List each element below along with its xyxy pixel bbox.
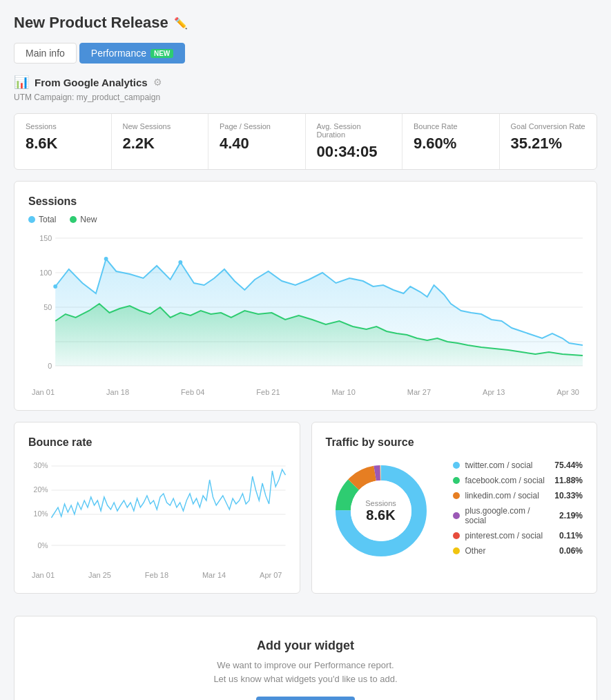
metrics-row: Sessions 8.6K New Sessions 2.2K Page / S…	[14, 113, 597, 170]
traffic-pct-2: 10.33%	[552, 491, 583, 500]
bounce-chart-svg: 30% 20% 10% 0%	[28, 456, 286, 566]
sessions-chart-card: Sessions Total New 150 100 50 0	[14, 181, 597, 411]
metric-sessions-value: 8.6K	[26, 135, 100, 153]
traffic-source-3: plus.google.com / social	[465, 506, 547, 525]
traffic-item-5: Other 0.06%	[453, 546, 583, 556]
sessions-chart-svg: 150 100 50 0	[28, 231, 583, 383]
donut-center: Sessions 8.6K	[365, 499, 396, 523]
traffic-dot-4	[453, 532, 460, 539]
traffic-pct-3: 2.19%	[552, 511, 583, 521]
suggest-widget-button[interactable]: Suggest widget	[256, 697, 356, 700]
gear-icon[interactable]: ⚙	[153, 77, 162, 88]
page-container: New Product Release ✏️ Main info Perform…	[14, 14, 597, 700]
bounce-x-feb18: Feb 18	[145, 571, 168, 579]
page-title-row: New Product Release ✏️	[14, 14, 597, 32]
svg-text:0: 0	[48, 362, 52, 370]
traffic-chart-card: Traffic by source	[311, 422, 598, 594]
x-label-apr13: Apr 13	[483, 388, 505, 396]
bounce-x-mar14: Mar 14	[202, 571, 226, 579]
tab-performance[interactable]: Performance NEW	[79, 43, 186, 64]
bounce-x-labels: Jan 01 Jan 25 Feb 18 Mar 14 Apr 07	[28, 571, 286, 579]
legend-new: New	[70, 215, 97, 224]
widget-card: Add your widget We want to improve our P…	[14, 616, 597, 700]
svg-text:150: 150	[39, 234, 52, 242]
svg-text:10%: 10%	[34, 509, 48, 518]
metric-goal-conversion-value: 35.21%	[511, 135, 586, 153]
metric-sessions-label: Sessions	[26, 122, 100, 130]
traffic-source-2: linkedin.com / social	[465, 491, 547, 500]
svg-point-12	[178, 260, 182, 264]
legend-total-label: Total	[39, 215, 56, 224]
x-label-apr30: Apr 30	[556, 388, 579, 396]
traffic-item-2: linkedin.com / social 10.33%	[453, 491, 583, 500]
traffic-pct-5: 0.06%	[552, 546, 583, 556]
traffic-item-1: facebook.com / social 11.88%	[453, 476, 583, 485]
metric-goal-conversion: Goal Conversion Rate 35.21%	[500, 114, 597, 169]
bounce-chart-card: Bounce rate 30% 20% 10% 0% Jan 01 Jan 25…	[14, 422, 300, 594]
svg-text:30%: 30%	[34, 461, 48, 469]
traffic-pct-1: 11.88%	[552, 476, 583, 485]
sessions-chart-legend: Total New	[28, 215, 583, 224]
metric-bounce-rate-label: Bounce Rate	[414, 122, 488, 130]
bounce-chart-title: Bounce rate	[28, 436, 286, 449]
edit-icon[interactable]: ✏️	[174, 17, 188, 30]
bounce-x-apr07: Apr 07	[260, 571, 282, 579]
x-label-feb04: Feb 04	[181, 388, 204, 396]
metric-new-sessions-value: 2.2K	[123, 135, 197, 153]
traffic-content: Sessions 8.6K twitter.com / social 75.44…	[326, 456, 583, 566]
svg-point-11	[104, 257, 108, 261]
x-label-jan18: Jan 18	[106, 388, 129, 396]
svg-text:20%: 20%	[34, 485, 48, 494]
tab-main-info[interactable]: Main info	[14, 43, 77, 64]
x-label-mar27: Mar 27	[407, 388, 431, 396]
metric-page-session-label: Page / Session	[220, 122, 294, 130]
metric-bounce-rate: Bounce Rate 9.60%	[403, 114, 500, 169]
metric-page-session: Page / Session 4.40	[208, 114, 306, 169]
bounce-x-jan25: Jan 25	[88, 571, 111, 579]
legend-new-dot	[70, 216, 77, 223]
traffic-dot-3	[453, 512, 460, 519]
page-title: New Product Release	[14, 14, 168, 32]
metric-page-session-value: 4.40	[220, 135, 294, 153]
traffic-chart-title: Traffic by source	[326, 436, 583, 449]
metric-goal-conversion-label: Goal Conversion Rate	[511, 122, 586, 130]
traffic-dot-1	[453, 477, 460, 484]
svg-text:100: 100	[39, 269, 52, 277]
traffic-item-0: twitter.com / social 75.44%	[453, 460, 583, 470]
bottom-row: Bounce rate 30% 20% 10% 0% Jan 01 Jan 25…	[14, 422, 597, 605]
traffic-pct-4: 0.11%	[552, 531, 583, 541]
x-label-mar10: Mar 10	[332, 388, 356, 396]
donut-center-value: 8.6K	[365, 507, 396, 523]
traffic-item-4: pinterest.com / social 0.11%	[453, 531, 583, 541]
metric-avg-session-label: Avg. Session Duration	[317, 122, 391, 139]
analytics-icon: 📊	[14, 75, 29, 90]
widget-desc: We want to improve our Performance repor…	[28, 659, 583, 686]
analytics-title: From Google Analytics	[35, 77, 148, 88]
traffic-dot-0	[453, 462, 460, 469]
metric-new-sessions-label: New Sessions	[123, 122, 197, 130]
traffic-dot-2	[453, 492, 460, 499]
metric-avg-session-value: 00:34:05	[317, 143, 391, 161]
traffic-source-0: twitter.com / social	[465, 460, 547, 470]
metric-sessions: Sessions 8.6K	[14, 114, 112, 169]
new-badge: NEW	[151, 49, 173, 58]
traffic-source-1: facebook.com / social	[465, 476, 547, 485]
bounce-x-jan01: Jan 01	[32, 571, 55, 579]
traffic-source-4: pinterest.com / social	[465, 531, 547, 541]
legend-total: Total	[28, 215, 56, 224]
metric-new-sessions: New Sessions 2.2K	[112, 114, 209, 169]
metric-bounce-rate-value: 9.60%	[414, 135, 488, 153]
widget-title: Add your widget	[28, 639, 583, 653]
traffic-item-3: plus.google.com / social 2.19%	[453, 506, 583, 525]
donut-chart: Sessions 8.6K	[326, 456, 436, 566]
tabs-row: Main info Performance NEW	[14, 43, 597, 64]
x-label-jan01: Jan 01	[32, 388, 55, 396]
svg-point-10	[53, 284, 57, 289]
donut-center-label: Sessions	[365, 499, 396, 507]
traffic-pct-0: 75.44%	[552, 460, 583, 470]
legend-new-label: New	[80, 215, 97, 224]
sessions-chart-title: Sessions	[28, 195, 583, 208]
metric-avg-session: Avg. Session Duration 00:34:05	[306, 114, 403, 169]
x-label-feb21: Feb 21	[256, 388, 280, 396]
traffic-source-5: Other	[465, 546, 547, 556]
